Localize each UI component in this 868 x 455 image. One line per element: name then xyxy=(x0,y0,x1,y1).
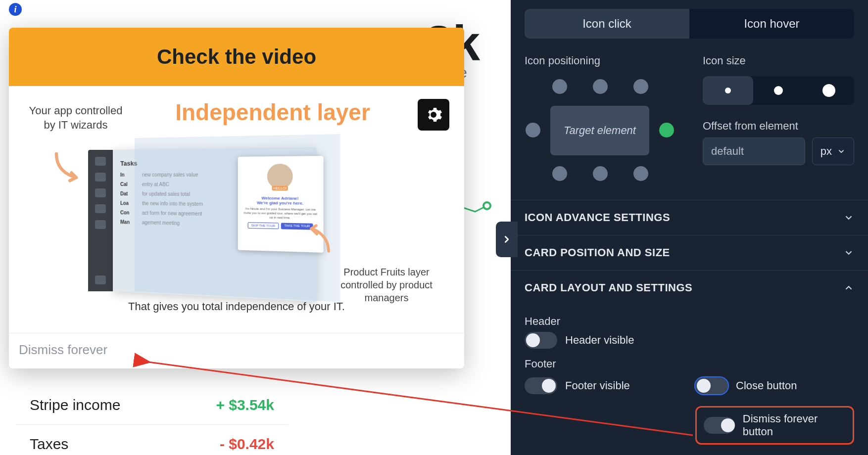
icon-positioning-section: Icon positioning Target element xyxy=(525,54,683,185)
pos-bottom-right[interactable] xyxy=(633,166,648,181)
pos-top-center[interactable] xyxy=(593,79,608,94)
offset-input[interactable]: default xyxy=(703,137,805,165)
hello-badge: HELLO! xyxy=(272,186,288,191)
toggle-label: Dismiss forever button xyxy=(743,412,846,438)
accordion-label: ICON ADVANCE SETTINGS xyxy=(525,211,670,224)
toggle-header-visible[interactable] xyxy=(525,332,557,349)
pos-top-right[interactable] xyxy=(633,79,648,94)
card-header-title: Check the video xyxy=(157,45,316,69)
dismiss-forever-link[interactable]: Dismiss forever xyxy=(19,342,107,357)
size-small[interactable] xyxy=(703,76,753,105)
welcome-line-2: We're glad you're here. xyxy=(243,200,318,206)
transactions-list: Stripe income + $3.54k Taxes - $0.42k xyxy=(16,386,288,455)
card-header: Check the video xyxy=(9,28,464,86)
pos-top-left[interactable] xyxy=(552,79,567,94)
mock-app-illustration: Tasks Innew company sales value Calentry… xyxy=(88,145,345,293)
toggle-dismiss-forever[interactable] xyxy=(704,417,735,434)
toggle-label: Footer visible xyxy=(565,379,630,392)
list-item[interactable]: Taxes - $0.42k xyxy=(16,425,288,455)
target-label: Target element xyxy=(564,124,636,137)
size-large[interactable] xyxy=(804,76,854,105)
toggle-label: Close button xyxy=(736,379,797,392)
row-value: - $0.42k xyxy=(220,436,274,453)
welcome-desc: I'm Nicole and I'm your Success Manager.… xyxy=(243,207,318,221)
dismiss-forever-highlight: Dismiss forever button xyxy=(695,406,854,445)
gear-button[interactable] xyxy=(418,99,449,131)
row-label: Stripe income xyxy=(30,397,120,413)
info-icon[interactable]: i xyxy=(9,3,22,16)
mock-sidebar xyxy=(88,150,113,291)
target-element-box: Target element xyxy=(550,106,649,155)
arrow-right-icon xyxy=(301,220,336,255)
offset-label: Offset from element xyxy=(703,120,854,133)
tab-icon-hover[interactable]: Icon hover xyxy=(689,9,854,39)
toggle-close-button[interactable] xyxy=(695,377,728,394)
footer-group-title: Footer xyxy=(525,358,854,370)
card-body: Your app controlled by IT wizards Indepe… xyxy=(9,86,464,333)
accordion-icon-advance[interactable]: ICON ADVANCE SETTINGS xyxy=(511,200,868,235)
mock-overlay-pane: HELLO! Welcome Adriane! We're glad you'r… xyxy=(135,134,340,302)
offset-unit-label: px xyxy=(820,145,832,158)
skip-button: SKIP THE TOUR xyxy=(247,223,279,229)
avatar xyxy=(267,164,293,189)
announcement-card: Check the video Your app controlled by I… xyxy=(9,28,464,368)
settings-panel: Icon click Icon hover Icon positioning T… xyxy=(511,0,868,455)
size-medium[interactable] xyxy=(753,76,804,105)
chevron-down-icon xyxy=(837,147,846,156)
chevron-down-icon xyxy=(843,247,854,258)
chevron-down-icon xyxy=(843,212,854,223)
chevron-right-icon xyxy=(501,234,512,245)
gear-icon xyxy=(425,106,442,124)
pos-bottom-center[interactable] xyxy=(593,166,608,181)
offset-unit-select[interactable]: px xyxy=(812,137,854,165)
pos-bottom-left[interactable] xyxy=(552,166,567,181)
dot-large-icon xyxy=(822,84,835,97)
note-right: Product Fruits layer controlled by produ… xyxy=(335,266,438,304)
panel-collapse-handle[interactable] xyxy=(496,222,518,257)
illustration-area: Tasks Innew company sales value Calentry… xyxy=(24,137,449,295)
accordion-label: CARD LAYOUT AND SETTINGS xyxy=(525,281,692,294)
dot-small-icon xyxy=(725,88,731,93)
note-left: Your app controlled by IT wizards xyxy=(24,104,128,132)
positioning-label: Icon positioning xyxy=(525,54,683,67)
card-footer: Dismiss forever xyxy=(9,333,464,368)
list-item[interactable]: Stripe income + $3.54k xyxy=(16,386,288,425)
accordion-label: CARD POSITION AND SIZE xyxy=(525,246,670,259)
card-layout-body: Header Header visible Footer Footer visi… xyxy=(511,305,868,455)
accordion-card-layout[interactable]: CARD LAYOUT AND SETTINGS xyxy=(511,270,868,305)
row-value: + $3.54k xyxy=(216,397,274,413)
toggle-footer-visible[interactable] xyxy=(525,377,557,394)
size-options xyxy=(703,76,854,105)
positioning-grid: Target element xyxy=(525,76,673,185)
accordion-card-position[interactable]: CARD POSITION AND SIZE xyxy=(511,235,868,270)
pos-mid-right[interactable] xyxy=(659,123,674,137)
icon-size-section: Icon size Offset from element default px xyxy=(703,54,854,185)
trigger-tabs: Icon click Icon hover xyxy=(525,9,854,39)
row-label: Taxes xyxy=(30,436,68,453)
tab-icon-click[interactable]: Icon click xyxy=(525,9,689,39)
pos-mid-left[interactable] xyxy=(526,123,540,137)
dot-medium-icon xyxy=(774,86,783,95)
size-label: Icon size xyxy=(703,54,854,67)
arrow-left-icon xyxy=(48,150,88,189)
headline: Independent layer xyxy=(128,99,418,126)
svg-point-0 xyxy=(483,202,490,209)
accordion: ICON ADVANCE SETTINGS CARD POSITION AND … xyxy=(511,200,868,455)
toggle-label: Header visible xyxy=(565,334,634,347)
header-group-title: Header xyxy=(525,315,854,328)
chevron-up-icon xyxy=(843,282,854,293)
